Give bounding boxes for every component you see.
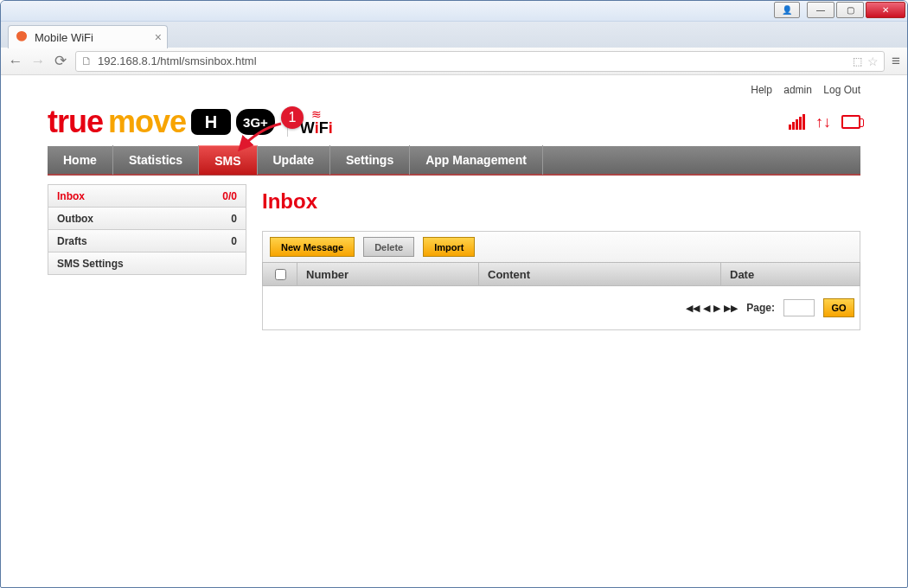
window-titlebar: 👤 — ▢ ✕ (1, 1, 907, 22)
sidebar-item-label: Drafts (57, 235, 87, 247)
tab-strip: Mobile WiFi × (1, 22, 907, 48)
nav-sms[interactable]: SMS (199, 145, 257, 175)
page-title: Inbox (262, 189, 860, 214)
logo-move: move (108, 104, 186, 140)
signal-icon (789, 114, 805, 130)
page-viewport: Help admin Log Out true move H 3G+ ≋ WiF… (2, 75, 906, 586)
pager: ◀◀ ◀ ▶ ▶▶ Page: GO (262, 286, 860, 330)
page-icon: 🗋 (81, 54, 93, 67)
table-header: Number Content Date (262, 262, 860, 286)
browser-tab[interactable]: Mobile WiFi × (8, 25, 168, 48)
menu-icon[interactable]: ≡ (892, 53, 900, 70)
annotation-step-1: 1 (281, 106, 304, 129)
nav-home[interactable]: Home (48, 145, 113, 175)
main-nav: Home Statistics SMS Update Settings App … (48, 146, 860, 176)
sidebar-item-count: 0 (231, 235, 237, 247)
forward-icon[interactable]: → (30, 53, 46, 70)
nav-statistics[interactable]: Statistics (113, 145, 199, 175)
maximize-button[interactable]: ▢ (836, 2, 864, 18)
url-box[interactable]: 🗋 192.168.8.1/html/smsinbox.html ⬚ ☆ (75, 51, 885, 72)
help-link[interactable]: Help (751, 84, 772, 96)
minimize-button[interactable]: — (807, 2, 834, 18)
sidebar-item-label: Inbox (57, 190, 85, 202)
tab-title: Mobile WiFi (35, 31, 93, 44)
select-all-checkbox[interactable] (275, 269, 286, 280)
wifi-logo: ≋ WiFi (300, 108, 333, 136)
nav-app-management[interactable]: App Management (410, 145, 543, 175)
logo-true: true (48, 104, 103, 140)
go-button[interactable]: GO (823, 298, 854, 317)
pager-nav: ◀◀ ◀ ▶ ▶▶ (686, 303, 738, 314)
col-content: Content (479, 263, 721, 285)
favicon-icon (16, 31, 28, 43)
next-page-icon[interactable]: ▶ (713, 303, 720, 314)
status-icons: ↑↓ (789, 113, 860, 131)
data-transfer-icon: ↑↓ (815, 113, 831, 131)
prev-page-icon[interactable]: ◀ (703, 303, 710, 314)
sidebar-item-label: Outbox (57, 213, 93, 225)
first-page-icon[interactable]: ◀◀ (686, 303, 700, 314)
page-label: Page: (746, 302, 775, 314)
bookmark-star-icon[interactable]: ☆ (867, 54, 879, 68)
sidebar-item-count: 0 (231, 213, 237, 225)
badge-3g: 3G+ (236, 109, 275, 135)
sidebar-item-drafts[interactable]: Drafts 0 (48, 229, 246, 252)
nav-update[interactable]: Update (258, 145, 330, 175)
user-icon[interactable]: 👤 (774, 2, 800, 18)
back-icon[interactable]: ← (8, 53, 23, 70)
sidebar-item-count: 0/0 (222, 190, 237, 202)
header: true move H 3G+ ≋ WiFi ↑↓ (48, 98, 860, 146)
sidebar-item-label: SMS Settings (57, 258, 124, 270)
import-button[interactable]: Import (423, 237, 475, 257)
wifi-arc-icon: ≋ (311, 108, 322, 120)
delete-button[interactable]: Delete (363, 237, 414, 257)
col-date: Date (721, 263, 860, 285)
sidebar-item-sms-settings[interactable]: SMS Settings (48, 252, 246, 275)
content-area: Inbox New Message Delete Import Number C… (262, 184, 860, 330)
battery-icon (841, 115, 860, 129)
tab-close-icon[interactable]: × (155, 30, 162, 44)
badge-h: H (191, 109, 231, 135)
url-text: 192.168.8.1/html/smsinbox.html (98, 54, 847, 67)
admin-link[interactable]: admin (783, 84, 812, 96)
close-button[interactable]: ✕ (866, 2, 905, 18)
col-checkbox (263, 263, 297, 285)
reload-icon[interactable]: ⟳ (53, 52, 68, 70)
toolbar: New Message Delete Import (262, 231, 860, 262)
logout-link[interactable]: Log Out (823, 84, 860, 96)
last-page-icon[interactable]: ▶▶ (724, 303, 738, 314)
sidebar-item-inbox[interactable]: Inbox 0/0 (48, 184, 246, 208)
new-message-button[interactable]: New Message (270, 237, 355, 257)
sidebar: Inbox 0/0 Outbox 0 Drafts 0 SMS Settings (48, 184, 246, 275)
sidebar-item-outbox[interactable]: Outbox 0 (48, 207, 246, 230)
browser-window: 👤 — ▢ ✕ Mobile WiFi × ← → ⟳ 🗋 192.168.8.… (0, 0, 908, 588)
wifi-text: WiFi (300, 120, 333, 136)
address-bar: ← → ⟳ 🗋 192.168.8.1/html/smsinbox.html ⬚… (1, 48, 907, 75)
col-number: Number (297, 263, 479, 285)
page-input[interactable] (783, 299, 815, 316)
nav-settings[interactable]: Settings (330, 145, 410, 175)
translate-icon[interactable]: ⬚ (853, 55, 862, 67)
top-links: Help admin Log Out (48, 82, 860, 98)
